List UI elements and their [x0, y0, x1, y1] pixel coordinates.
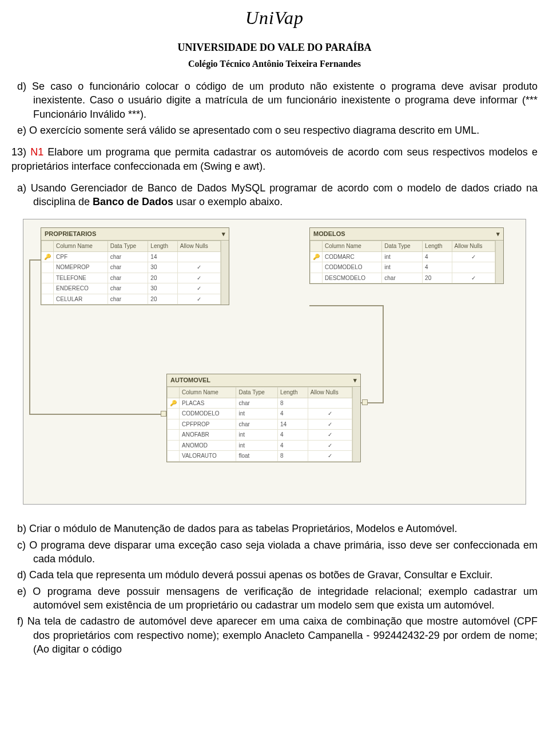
key-icon	[168, 419, 180, 430]
item-d2: d) Cada tela que representa um módulo de…	[33, 568, 538, 582]
cell-allownulls: ✓	[177, 273, 220, 283]
relationship-node	[362, 399, 368, 405]
table-row: DESCMODELOchar20✓	[311, 273, 495, 283]
cell-type: char	[108, 283, 148, 294]
cell-type: char	[382, 273, 423, 283]
key-icon: 🔑	[42, 251, 54, 262]
cell-length: 30	[148, 283, 177, 294]
col-header: Allow Nulls	[452, 241, 495, 252]
cell-type: int	[236, 409, 278, 419]
scrollbar[interactable]	[352, 387, 360, 462]
item-a-bold: Banco de Dados	[93, 196, 173, 207]
item-a-part2: usar o exemplo abaixo.	[173, 196, 283, 207]
cell-name: ANOFABR	[180, 430, 236, 441]
cell-name: VALORAUTO	[180, 451, 236, 462]
cell-type: char	[108, 294, 148, 305]
cell-length: 14	[277, 419, 308, 430]
col-header: Data Type	[108, 241, 148, 252]
table-automovel-title: AUTOMOVEL	[170, 376, 210, 385]
cell-name: CODMODELO	[323, 262, 382, 273]
key-icon	[168, 451, 180, 462]
col-header: Length	[148, 241, 177, 252]
cell-type: int	[236, 440, 278, 451]
q13-text: Elabore um programa que permita cadastra…	[11, 146, 538, 171]
key-icon: 🔑	[311, 251, 323, 262]
table-row: CODMODELOint4	[311, 262, 495, 273]
cell-allownulls: ✓	[308, 440, 352, 451]
table-row: VALORAUTOfloat8✓	[168, 451, 352, 462]
cell-length: 4	[423, 262, 452, 273]
table-row: ANOFABRint4✓	[168, 430, 352, 441]
col-header: Data Type	[236, 387, 278, 398]
cell-allownulls: ✓	[452, 251, 495, 262]
table-row: ENDERECOchar30✓	[42, 283, 221, 294]
cell-type: char	[108, 262, 148, 273]
table-modelos-title: MODELOS	[313, 230, 345, 238]
question-13: 13) N1 Elabore um programa que permita c…	[11, 145, 538, 173]
item-e2: e) O programa deve possuir mensagens de …	[33, 585, 538, 613]
cell-length: 20	[148, 273, 177, 283]
col-header: Data Type	[382, 241, 423, 252]
scrollbar[interactable]	[495, 241, 503, 283]
cell-allownulls: ✓	[308, 419, 352, 430]
caret-icon: ▾	[353, 376, 357, 385]
logo-text: UniVap	[11, 6, 538, 30]
school-name: Colégio Técnico Antônio Teixeira Fernand…	[11, 58, 538, 70]
table-row: CELULARchar20✓	[42, 294, 221, 305]
table-proprietarios-title: PROPRIETARIOS	[45, 230, 96, 238]
col-header: Allow Nulls	[308, 387, 352, 398]
cell-allownulls: ✓	[177, 294, 220, 305]
key-icon	[168, 430, 180, 441]
cell-allownulls: ✓	[308, 451, 352, 462]
cell-allownulls: ✓	[308, 409, 352, 419]
relationship-line	[309, 305, 383, 306]
item-f: f) Na tela de cadastro de automóvel deve…	[33, 614, 538, 656]
cell-name: CPFPROP	[180, 419, 236, 430]
col-header: Length	[423, 241, 452, 252]
q13-num: 13)	[11, 146, 30, 158]
q13-n1-marker: N1	[30, 146, 43, 158]
document-header: UniVap UNIVERSIDADE DO VALE DO PARAÍBA C…	[11, 6, 538, 70]
cell-type: int	[382, 251, 423, 262]
relationship-line	[383, 305, 384, 402]
cell-type: char	[108, 251, 148, 262]
caret-icon: ▾	[496, 230, 500, 238]
relationship-line	[29, 259, 30, 414]
key-icon	[311, 262, 323, 273]
cell-name: PLACAS	[180, 398, 236, 409]
cell-type: int	[236, 430, 278, 441]
document-body: d) Se caso o funcionário colocar o códig…	[11, 79, 538, 656]
table-row: ANOMODint4✓	[168, 440, 352, 451]
scrollbar[interactable]	[221, 241, 229, 305]
cell-allownulls: ✓	[177, 262, 220, 273]
relationship-line	[29, 259, 41, 261]
col-header: Column Name	[54, 241, 108, 252]
cell-length: 4	[277, 430, 308, 441]
caret-icon: ▾	[222, 230, 225, 238]
cell-name: ENDERECO	[54, 283, 108, 294]
cell-allownulls	[452, 262, 495, 273]
table-automovel: AUTOMOVEL ▾ Column Name Data Type Length…	[166, 374, 361, 462]
cell-length: 14	[148, 251, 177, 262]
key-icon: 🔑	[168, 398, 180, 409]
key-icon	[168, 440, 180, 451]
university-name: UNIVERSIDADE DO VALE DO PARAÍBA	[11, 41, 538, 54]
key-icon	[42, 273, 54, 283]
cell-name: CODMARC	[323, 251, 382, 262]
col-header: Allow Nulls	[177, 241, 220, 252]
item-b: b) Criar o módulo de Manutenção de dados…	[33, 522, 538, 535]
cell-allownulls	[308, 398, 352, 409]
cell-type: int	[382, 262, 423, 273]
cell-type: char	[108, 273, 148, 283]
cell-allownulls: ✓	[177, 283, 220, 294]
col-header: Column Name	[323, 241, 382, 252]
table-row: 🔑CODMARCint4✓	[311, 251, 495, 262]
cell-length: 4	[277, 440, 308, 451]
er-diagram: PROPRIETARIOS ▾ Column Name Data Type Le…	[23, 219, 526, 505]
cell-length: 8	[277, 398, 308, 409]
item-c: c) O programa deve disparar uma exceção …	[33, 538, 538, 566]
cell-allownulls: ✓	[452, 273, 495, 283]
cell-allownulls: ✓	[308, 430, 352, 441]
table-proprietarios: PROPRIETARIOS ▾ Column Name Data Type Le…	[41, 227, 229, 305]
table-modelos: MODELOS ▾ Column Name Data Type Length A…	[309, 227, 504, 284]
